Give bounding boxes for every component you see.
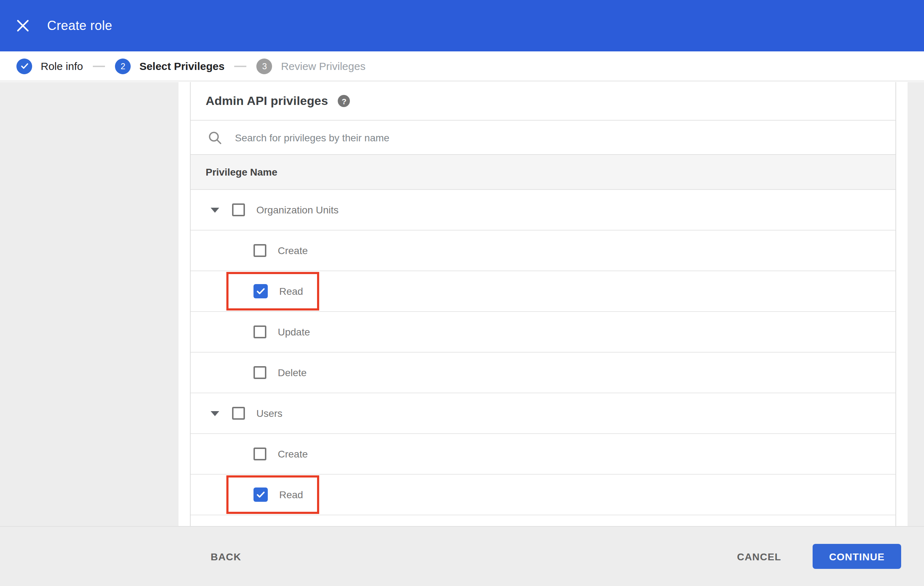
section-title: Admin API privileges	[206, 94, 328, 108]
privilege-checkbox[interactable]	[254, 448, 266, 460]
highlight-box	[226, 476, 319, 514]
privilege-label: Users	[256, 408, 282, 419]
step-label: Select Privileges	[139, 60, 224, 72]
column-header: Privilege Name	[206, 166, 277, 178]
step-role-info[interactable]: Role info	[16, 58, 83, 74]
collapse-arrow-icon[interactable]	[211, 411, 219, 416]
privilege-label: Update	[278, 326, 310, 337]
privilege-row-organization-units: Organization Units	[191, 190, 896, 230]
privilege-checkbox[interactable]	[254, 284, 268, 298]
check-icon	[20, 61, 29, 71]
privilege-row-create: Create	[191, 230, 896, 271]
dialog-title: Create role	[47, 18, 112, 33]
search-bar	[191, 121, 896, 155]
search-icon	[208, 130, 222, 145]
privilege-checkbox[interactable]	[254, 366, 266, 379]
privilege-label: Read	[279, 285, 303, 297]
collapse-arrow-icon[interactable]	[211, 207, 219, 212]
step-connector	[234, 65, 247, 67]
left-background-panel	[0, 82, 178, 586]
step-connector	[93, 65, 105, 67]
privilege-checkbox[interactable]	[232, 407, 245, 420]
privilege-checkbox[interactable]	[254, 487, 268, 502]
privileges-card: Admin API privileges ? Privilege Name Or…	[190, 82, 896, 526]
step-complete-circle	[16, 58, 32, 74]
privilege-label: Delete	[278, 367, 307, 378]
privilege-row-update: Update	[191, 312, 896, 352]
step-number-circle: 3	[257, 58, 272, 74]
create-role-dialog: Create role Role info 2 Select Privilege…	[0, 0, 924, 586]
privilege-label: Create	[278, 448, 308, 460]
back-button[interactable]: BACK	[203, 545, 249, 568]
step-review-privileges: 3 Review Privileges	[257, 58, 366, 74]
privilege-label: Create	[278, 245, 308, 256]
cancel-button[interactable]: CANCEL	[730, 545, 788, 568]
privilege-row-users: Users	[191, 393, 896, 434]
dialog-footer: BACK CANCEL CONTINUE	[0, 526, 924, 586]
privilege-checkbox[interactable]	[254, 326, 266, 338]
step-label: Role info	[41, 60, 83, 72]
privilege-checkbox[interactable]	[254, 244, 266, 257]
step-select-privileges[interactable]: 2 Select Privileges	[115, 58, 224, 74]
dialog-header: Create role	[0, 0, 924, 51]
table-header-row: Privilege Name	[191, 155, 896, 190]
privilege-row-delete: Delete	[191, 352, 896, 393]
privilege-row-read: Read	[191, 475, 896, 515]
close-icon[interactable]	[16, 18, 30, 33]
continue-button[interactable]: CONTINUE	[813, 544, 901, 569]
privilege-row-create: Create	[191, 434, 896, 475]
privilege-checkbox[interactable]	[232, 203, 245, 216]
step-label: Review Privileges	[281, 60, 366, 72]
help-icon[interactable]: ?	[338, 95, 350, 107]
card-heading-row: Admin API privileges ?	[191, 82, 896, 121]
privilege-label: Organization Units	[256, 204, 338, 216]
highlight-box	[226, 272, 319, 311]
wizard-stepper: Role info 2 Select Privileges 3 Review P…	[0, 51, 924, 81]
step-number-circle: 2	[115, 58, 131, 74]
search-input[interactable]	[234, 127, 896, 148]
privilege-row-read: Read	[191, 271, 896, 312]
privilege-label: Read	[279, 489, 303, 500]
right-background-panel	[908, 82, 924, 586]
